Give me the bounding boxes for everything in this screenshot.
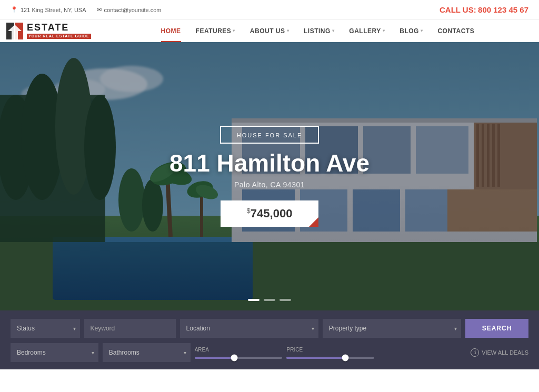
hero-dot-1[interactable] [248, 299, 259, 301]
chevron-down-icon: ▾ [233, 28, 235, 33]
hero-price: $745,000 [247, 207, 293, 220]
email-icon: ✉ [97, 6, 102, 13]
nav-contacts[interactable]: CONTACTS [430, 20, 482, 42]
price-range-fill [286, 357, 345, 359]
hero-section: HOUSE FOR SALE 811 Hamilton Ave Palo Alt… [0, 42, 539, 310]
hero-badge-box: HOUSE FOR SALE [220, 126, 320, 144]
logo-name: ESTATE [27, 23, 91, 33]
view-all-icon: ℹ [471, 348, 479, 357]
price-range-track [286, 357, 374, 359]
price-label: Price [286, 347, 374, 353]
search-bar: Status Location Property type SEARCH Bed… [0, 310, 539, 369]
nav-home[interactable]: HOME [154, 20, 188, 42]
address-text: 121 King Street, NY, USA [21, 7, 86, 13]
location-select-wrapper: Location [180, 319, 318, 338]
view-all-deals[interactable]: ℹ VIEW ALL DEALS [471, 348, 528, 357]
area-range-thumb[interactable] [231, 354, 237, 361]
phone-info: CALL US: 800 123 45 67 [440, 5, 528, 14]
search-row-2: Bedrooms Bathrooms Area Price [11, 343, 528, 362]
logo[interactable]: ESTATE YOUR REAL ESTATE GUIDE [0, 20, 96, 42]
address-info: 📍 121 King Street, NY, USA [11, 6, 86, 13]
location-select[interactable]: Location [180, 319, 318, 338]
hero-dot-3[interactable] [280, 299, 291, 301]
hero-title: 811 Hamilton Ave [169, 149, 370, 177]
hero-dots [248, 299, 291, 301]
area-range-group: Area [195, 347, 283, 359]
nav-features[interactable]: FEATURES ▾ [188, 20, 243, 42]
hero-price-box: $745,000 [221, 200, 319, 227]
view-all-label: VIEW ALL DEALS [482, 349, 528, 356]
bathrooms-select-wrapper: Bathrooms [103, 343, 191, 362]
bathrooms-select[interactable]: Bathrooms [103, 343, 191, 362]
logo-icon [5, 22, 24, 41]
area-range-track [195, 357, 283, 359]
nav-gallery[interactable]: GALLERY ▾ [342, 20, 392, 42]
search-row-1: Status Location Property type SEARCH [11, 319, 528, 338]
status-select[interactable]: Status [11, 319, 80, 338]
status-select-wrapper: Status [11, 319, 80, 338]
nav-blog[interactable]: BLOG ▾ [392, 20, 430, 42]
email-info: ✉ contact@yoursite.com [97, 6, 162, 13]
chevron-down-icon: ▾ [421, 28, 423, 33]
phone-number: 800 123 45 67 [478, 5, 528, 14]
header: ESTATE YOUR REAL ESTATE GUIDE HOME FEATU… [0, 20, 539, 42]
main-nav: HOME FEATURES ▾ ABOUT US ▾ LISTING ▾ GAL… [96, 20, 539, 42]
logo-text: ESTATE YOUR REAL ESTATE GUIDE [27, 23, 91, 38]
email-text: contact@yoursite.com [104, 7, 162, 13]
property-type-select[interactable]: Property type [323, 319, 461, 338]
chevron-down-icon: ▾ [383, 28, 385, 33]
hero-content: HOUSE FOR SALE 811 Hamilton Ave Palo Alt… [0, 42, 539, 310]
top-bar: 📍 121 King Street, NY, USA ✉ contact@you… [0, 0, 539, 20]
price-prefix: $ [247, 207, 251, 215]
bedrooms-select-wrapper: Bedrooms [11, 343, 98, 362]
nav-listing[interactable]: LISTING ▾ [296, 20, 342, 42]
chevron-down-icon: ▾ [287, 28, 290, 33]
call-label: CALL US: [440, 5, 476, 14]
svg-rect-4 [12, 31, 18, 39]
search-button[interactable]: SEARCH [465, 319, 528, 338]
location-icon: 📍 [11, 6, 18, 13]
logo-tagline: YOUR REAL ESTATE GUIDE [27, 34, 91, 39]
area-range-fill [195, 357, 234, 359]
keyword-input[interactable] [84, 319, 176, 338]
price-range-thumb[interactable] [342, 354, 349, 361]
hero-dot-2[interactable] [264, 299, 275, 301]
area-label: Area [195, 347, 283, 353]
price-range-group: Price [286, 347, 374, 359]
property-type-select-wrapper: Property type [323, 319, 461, 338]
hero-subtitle: Palo Alto, CA 94301 [234, 180, 305, 189]
bedrooms-select[interactable]: Bedrooms [11, 343, 98, 362]
chevron-down-icon: ▾ [332, 28, 335, 33]
hero-badge: HOUSE FOR SALE [237, 132, 303, 138]
nav-about[interactable]: ABOUT US ▾ [243, 20, 296, 42]
top-bar-left: 📍 121 King Street, NY, USA ✉ contact@you… [11, 6, 440, 13]
